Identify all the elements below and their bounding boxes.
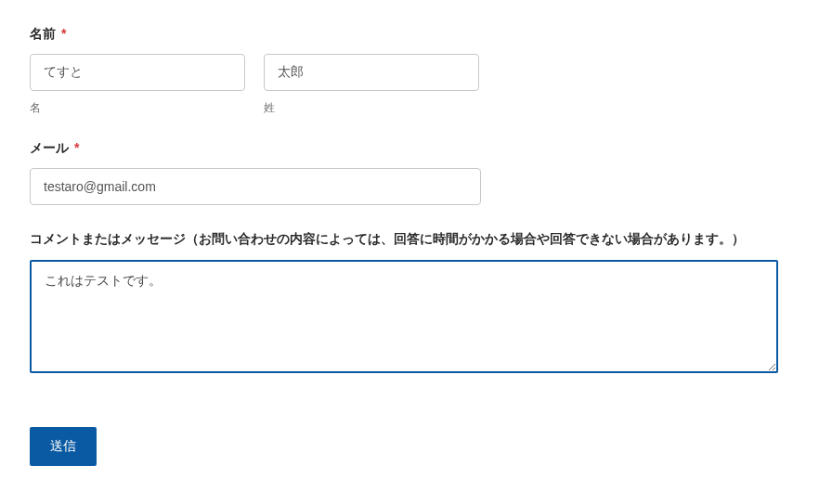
email-field-group: メール * xyxy=(30,140,789,205)
message-label: コメントまたはメッセージ（お問い合わせの内容によっては、回答に時間がかかる場合や… xyxy=(30,229,778,249)
contact-form: 名前 * 名 姓 メール * コメントまたはメッセージ（お問い合わせの内容によっ… xyxy=(30,26,789,466)
name-label: 名前 * xyxy=(30,26,789,43)
last-name-sublabel: 姓 xyxy=(264,100,479,116)
first-name-sublabel: 名 xyxy=(30,100,245,116)
email-label: メール * xyxy=(30,140,789,157)
email-label-text: メール xyxy=(30,140,69,155)
name-field-group: 名前 * 名 姓 xyxy=(30,26,789,116)
submit-button[interactable]: 送信 xyxy=(30,427,97,466)
first-name-input[interactable] xyxy=(30,54,245,91)
last-name-col: 姓 xyxy=(264,54,479,116)
message-field-group: コメントまたはメッセージ（お問い合わせの内容によっては、回答に時間がかかる場合や… xyxy=(30,229,789,377)
name-label-text: 名前 xyxy=(30,26,56,41)
first-name-col: 名 xyxy=(30,54,245,116)
required-mark: * xyxy=(61,26,66,41)
message-textarea[interactable] xyxy=(30,260,778,373)
name-row: 名 姓 xyxy=(30,54,789,116)
email-input[interactable] xyxy=(30,168,481,205)
last-name-input[interactable] xyxy=(264,54,479,91)
required-mark: * xyxy=(74,140,79,155)
